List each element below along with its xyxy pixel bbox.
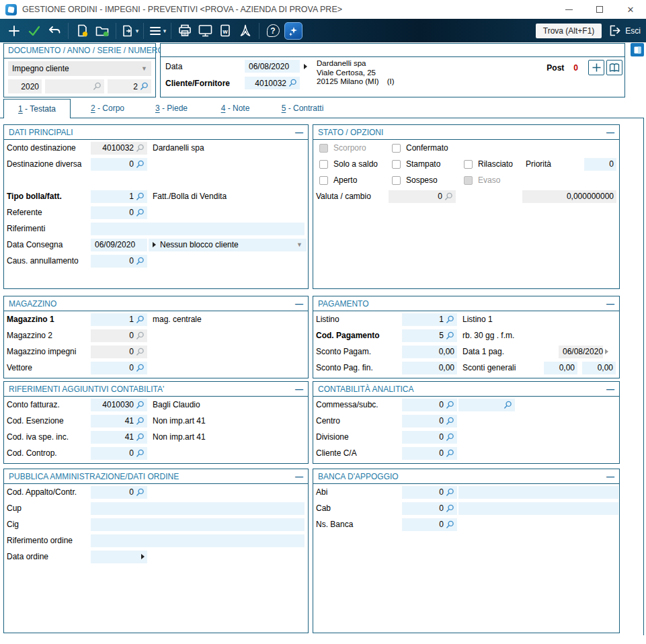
search-icon[interactable] <box>446 315 454 324</box>
calendar-arrow-icon[interactable] <box>141 554 145 559</box>
export-word-button[interactable]: w <box>215 21 235 40</box>
date-field[interactable]: 06/08/2020 <box>245 60 300 73</box>
data-consegna-field[interactable]: 06/09/2020 <box>91 239 147 251</box>
search-icon[interactable] <box>136 208 145 217</box>
collapse-button[interactable]: — <box>606 472 614 481</box>
assistant-button[interactable] <box>283 21 303 40</box>
cab-field[interactable]: 0 <box>402 502 457 515</box>
checkbox-stampato[interactable] <box>392 160 401 169</box>
referente-field[interactable]: 0 <box>91 206 147 219</box>
sconto-pag-fin-field[interactable]: 0,00 <box>402 362 457 374</box>
collapse-button[interactable]: — <box>295 472 303 481</box>
caus-annullamento-field[interactable]: 0 <box>91 255 147 268</box>
find-button[interactable]: Trova (Alt+F1) <box>536 24 602 38</box>
tab-piede[interactable]: 3 - Piede <box>141 99 202 118</box>
commessa-field[interactable]: 0 <box>402 399 457 411</box>
destinazione-diversa-field[interactable]: 0 <box>91 158 147 171</box>
cod-esenzione-field[interactable]: 41 <box>91 415 147 428</box>
search-icon[interactable] <box>446 520 454 529</box>
ns-banca-field[interactable]: 0 <box>402 518 457 531</box>
confirm-button[interactable] <box>24 21 44 40</box>
cliente-ca-field[interactable]: 0 <box>402 447 457 460</box>
search-icon[interactable] <box>446 504 454 513</box>
tab-note[interactable]: 4 - Note <box>205 99 266 118</box>
menu-button[interactable]: ▾ <box>147 21 167 40</box>
abi-field[interactable]: 0 <box>402 486 457 499</box>
cod-pagamento-field[interactable]: 5 <box>402 329 457 342</box>
tab-contratti[interactable]: 5 - Contratti <box>269 99 336 118</box>
collapse-button[interactable]: — <box>606 385 614 394</box>
search-icon[interactable] <box>136 257 145 266</box>
magazzino1-field[interactable]: 1 <box>91 313 147 326</box>
search-icon[interactable] <box>136 364 145 372</box>
cup-field[interactable] <box>91 502 305 515</box>
print-preview-button[interactable] <box>195 21 215 40</box>
riferimento-ordine-field[interactable] <box>91 534 305 547</box>
client-code-field[interactable]: 4010032 <box>245 77 300 89</box>
centro-field[interactable]: 0 <box>402 415 457 428</box>
vettore-field[interactable]: 0 <box>91 362 147 374</box>
export-pdf-button[interactable] <box>235 21 255 40</box>
search-icon[interactable] <box>446 433 454 442</box>
checkbox-aperto[interactable] <box>319 176 328 185</box>
sconto-pagam-field[interactable]: 0,00 <box>402 346 457 358</box>
exit-button[interactable]: Esci <box>608 24 641 38</box>
maximize-button[interactable] <box>584 0 615 19</box>
open-record-button[interactable] <box>92 21 112 40</box>
print-button[interactable] <box>175 21 195 40</box>
tipo-bolla-field[interactable]: 1 <box>91 190 147 203</box>
document-type-dropdown[interactable]: Impegno cliente ▼ <box>8 61 151 76</box>
search-icon[interactable] <box>446 331 454 340</box>
search-icon[interactable] <box>136 160 145 169</box>
checkbox-rilasciato[interactable] <box>464 160 473 169</box>
calendar-arrow-icon[interactable] <box>304 64 307 69</box>
search-icon[interactable] <box>136 417 145 426</box>
tab-corpo[interactable]: 2 - Corpo <box>77 99 138 118</box>
checkbox-confermato[interactable] <box>392 144 401 153</box>
conto-fatturaz-field[interactable]: 4010030 <box>91 399 147 411</box>
search-icon[interactable] <box>288 79 297 87</box>
close-button[interactable]: ✕ <box>615 0 646 19</box>
search-icon[interactable] <box>446 488 454 497</box>
new-document-button[interactable] <box>4 21 24 40</box>
tab-testata[interactable]: 1 - Testata <box>3 99 71 118</box>
search-icon[interactable] <box>136 433 145 442</box>
listino-field[interactable]: 1 <box>402 313 457 326</box>
cod-controp-field[interactable]: 0 <box>91 447 147 460</box>
minimize-button[interactable] <box>553 0 584 19</box>
collapse-button[interactable]: — <box>295 299 303 309</box>
search-icon[interactable] <box>446 401 454 409</box>
cod-appalto-field[interactable]: 0 <box>91 486 147 499</box>
search-icon[interactable] <box>136 449 145 458</box>
side-panel-toggle-button[interactable] <box>631 43 644 56</box>
number-field[interactable]: 2 <box>108 79 151 93</box>
search-icon[interactable] <box>446 449 454 458</box>
search-icon[interactable] <box>136 488 145 497</box>
priorita-field[interactable]: 0 <box>584 158 616 171</box>
search-icon[interactable] <box>136 401 145 409</box>
checkbox-sospeso[interactable] <box>392 176 401 185</box>
data-ordine-field[interactable] <box>91 551 147 563</box>
undo-button[interactable] <box>44 21 65 40</box>
cig-field[interactable] <box>91 518 305 531</box>
collapse-button[interactable]: — <box>295 128 303 137</box>
open-post-list-button[interactable] <box>606 60 622 75</box>
new-record-button[interactable] <box>72 21 92 40</box>
help-button[interactable]: ? <box>263 21 283 40</box>
search-icon[interactable] <box>136 315 145 324</box>
blocco-cliente-dropdown[interactable]: Nessun blocco cliente ▼ <box>149 239 307 251</box>
checkbox-solo-a-saldo[interactable] <box>319 160 328 169</box>
document-actions-button[interactable]: ▾ <box>120 21 140 40</box>
search-icon[interactable] <box>136 192 145 201</box>
search-icon[interactable] <box>446 417 454 426</box>
collapse-button[interactable]: — <box>606 299 614 309</box>
sconti-generali-field-2[interactable]: 0,00 <box>582 362 616 374</box>
collapse-button[interactable]: — <box>295 385 303 394</box>
search-icon[interactable] <box>503 401 512 409</box>
collapse-button[interactable]: — <box>606 128 614 137</box>
divisione-field[interactable]: 0 <box>402 431 457 444</box>
search-icon[interactable] <box>140 82 149 91</box>
cod-iva-spe-field[interactable]: 41 <box>91 431 147 444</box>
add-post-button[interactable] <box>588 60 604 75</box>
series-field[interactable] <box>45 79 104 93</box>
